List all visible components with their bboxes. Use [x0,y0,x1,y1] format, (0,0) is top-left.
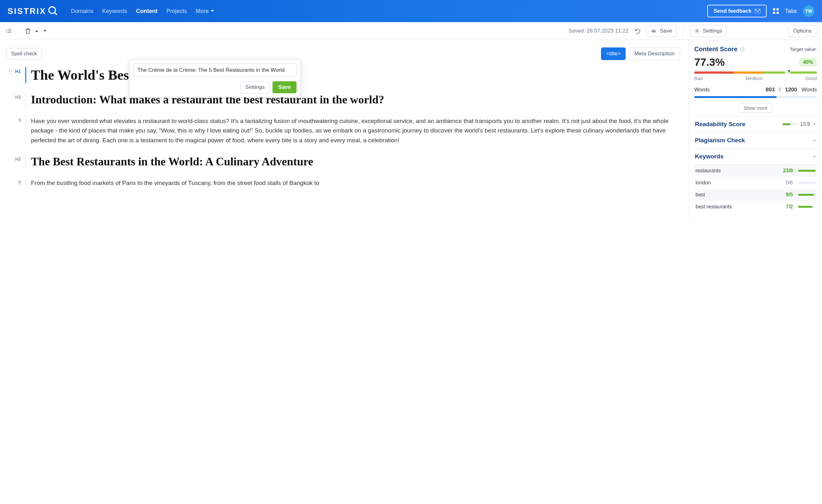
keywords-header[interactable]: Keywords [694,148,817,164]
content-score-value: 77.3% [694,56,725,68]
pilcrow-icon: ¶ [18,180,21,185]
saved-timestamp: Saved: 26.07.2023 11:22 [568,28,629,34]
svg-point-0 [49,7,56,14]
h2-intro-content[interactable]: Introduction: What makes a restaurant th… [25,93,680,107]
svg-rect-3 [773,8,775,10]
trash-icon[interactable] [25,28,30,34]
meta-description-button[interactable]: Meta Description [629,47,680,60]
keyword-row[interactable]: best restaurants7/2 [694,201,817,213]
user-name[interactable]: Talia [785,8,797,15]
grid-icon[interactable] [773,8,779,14]
popover-settings-button[interactable]: Settings [241,81,269,93]
svg-rect-12 [8,32,11,33]
block-h2-adventure: H2 The Best Restaurants in the World: A … [6,155,680,169]
options-button[interactable]: Options [788,25,816,37]
svg-point-7 [6,29,7,30]
keyword-row[interactable]: restaurants23/8 [694,165,817,177]
legend-medium: Medium [746,76,762,81]
keyword-name: restaurants [696,168,780,173]
keyword-row[interactable]: london0/6 [694,177,817,189]
show-more-button[interactable]: Show more [739,103,772,113]
sub-toolbar: Saved: 26.07.2023 11:22 Save Settings Op… [0,22,822,40]
keyword-row[interactable]: best9/5 [694,189,817,201]
plagiarism-label: Plagiarism Check [695,137,745,144]
keyword-value: 9/5 [780,192,793,197]
plagiarism-row[interactable]: Plagiarism Check [694,132,817,148]
h1-content[interactable]: The World's Best [25,67,680,83]
readability-value: 13.9 [800,121,810,127]
info-icon[interactable]: ? [740,47,745,52]
block-p1: ¶ Have you ever wondered what elevates a… [6,116,680,145]
save-button[interactable]: Save [646,25,677,37]
gutter-h2-label: H2 [15,156,21,161]
keyword-bar [798,194,816,196]
brand-logo[interactable]: SISTRIX [8,5,59,17]
main-layout: Spell check <title> Meta Description H1 … [0,40,822,218]
words-current: 803 [766,87,775,93]
cloud-icon [651,29,657,33]
nav-more[interactable]: More [196,8,215,15]
svg-point-17 [11,71,12,72]
popover-save-button[interactable]: Save [273,81,297,93]
title-input[interactable] [133,64,297,77]
keyword-value: 7/2 [780,204,793,209]
legend-good: Good [805,76,817,81]
readability-row[interactable]: Readability Score 13.9 [694,116,817,132]
nav-items: Domains Keywords Content Projects More [71,8,215,15]
keyword-value: 23/8 [780,168,793,173]
words-row: Words 803 / 1200 Words [694,87,817,93]
undo-icon[interactable] [634,28,641,34]
svg-point-19 [11,73,12,74]
keywords-label: Keywords [695,153,724,160]
target-badge: 40% [799,58,817,67]
score-marker-icon: ▼ [787,69,791,73]
legend-bad: Bad [694,76,703,81]
svg-line-1 [55,13,57,15]
drag-handle-icon[interactable] [9,69,13,74]
p1-text[interactable]: Have you ever wondered what elevates a r… [31,116,680,145]
content-score-label: Content Score ? [694,46,745,53]
words-target: 1200 [785,87,797,93]
h1-text[interactable]: The World's Best [31,67,680,83]
svg-point-13 [697,30,698,32]
mail-icon [755,9,760,13]
keyword-name: best [696,192,780,197]
p2-content[interactable]: From the bustling food markets of Paris … [25,178,680,188]
title-tag-button[interactable]: <title> [601,47,626,60]
editor-column: Spell check <title> Meta Description H1 … [0,40,689,218]
score-bar: ▼ Bad Medium Good [694,71,817,81]
p1-content[interactable]: Have you ever wondered what elevates a r… [25,116,680,145]
svg-rect-5 [773,12,775,14]
chevron-down-icon [813,138,816,142]
title-popover: Settings Save [129,59,301,97]
caret-up-icon[interactable] [35,29,39,33]
h2-adventure-content[interactable]: The Best Restaurants in the World: A Cul… [25,155,680,169]
brand-text: SISTRIX [8,6,46,16]
chevron-down-icon [813,122,816,126]
svg-rect-8 [8,29,11,30]
spell-check-button[interactable]: Spell check [6,48,42,59]
svg-rect-10 [8,31,11,31]
send-feedback-button[interactable]: Send feedback [707,5,767,17]
h2-adventure-text[interactable]: The Best Restaurants in the World: A Cul… [31,155,680,169]
avatar[interactable]: TW [803,5,814,17]
block-h1: H1 The World's Best [6,67,680,83]
nav-keywords[interactable]: Keywords [102,8,127,15]
nav-content[interactable]: Content [136,8,157,15]
svg-point-16 [9,71,10,72]
h2-intro-text[interactable]: Introduction: What makes a restaurant th… [31,93,680,107]
caret-down-icon[interactable] [43,29,47,33]
keyword-name: best restaurants [696,204,780,209]
top-nav: SISTRIX Domains Keywords Content Project… [0,0,822,22]
nav-domains[interactable]: Domains [71,8,93,15]
nav-projects[interactable]: Projects [166,8,187,15]
svg-point-14 [9,69,10,70]
words-label: Words [694,87,710,93]
p2-text[interactable]: From the bustling food markets of Paris … [31,178,680,188]
gutter-h2-label: H2 [15,94,21,100]
settings-button[interactable]: Settings [690,25,727,37]
gear-icon [695,28,700,33]
keyword-bar [798,206,816,208]
sidebar: Content Score ? Target value: 77.3% 40% … [689,40,822,218]
list-icon[interactable] [6,29,11,33]
